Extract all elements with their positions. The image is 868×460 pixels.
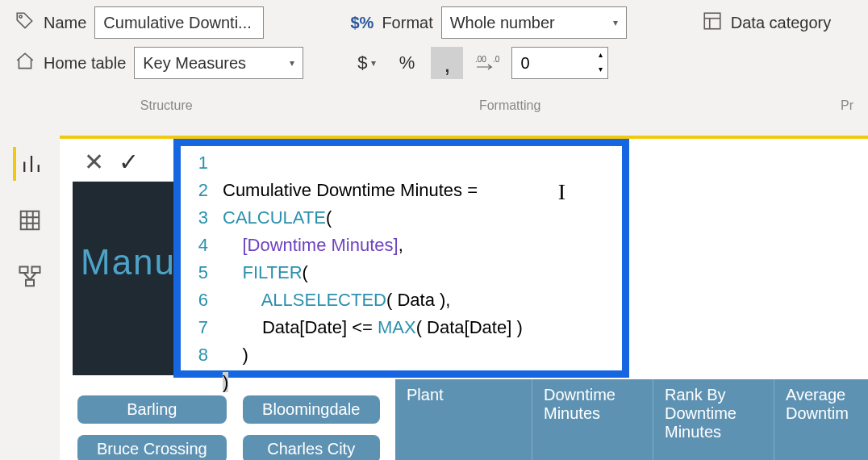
commit-formula-button[interactable]: ✓ <box>119 148 139 176</box>
table-column-header[interactable]: Plant <box>395 379 532 460</box>
svg-rect-14 <box>20 267 28 274</box>
svg-point-0 <box>19 15 22 18</box>
formatting-caption: Formatting <box>350 98 669 118</box>
decimal-count-spinner[interactable]: 0 ▴ ▾ <box>511 47 608 79</box>
chevron-down-icon: ▾ <box>613 17 618 28</box>
decimal-count-value: 0 <box>512 54 537 73</box>
data-view-icon[interactable] <box>13 203 47 237</box>
ribbon-group-structure: Name Cumulative Downti... Home table Key… <box>15 6 318 118</box>
home-table-value: Key Measures <box>143 54 246 73</box>
table-column-header[interactable]: Rank By Downtime Minutes <box>653 379 774 460</box>
formula-bar-controls: ✕ ✓ <box>73 141 177 182</box>
chevron-down-icon: ▾ <box>290 57 294 69</box>
format-icon: $% <box>350 14 373 32</box>
thousands-separator-button[interactable]: , <box>431 47 463 79</box>
table-column-header[interactable]: Average Downtim <box>774 379 868 460</box>
slicer-option[interactable]: Charles City <box>243 435 380 460</box>
format-label: Format <box>382 14 432 32</box>
home-table-dropdown[interactable]: Key Measures ▾ <box>134 47 303 79</box>
table-header-row: Plant Downtime Minutes Rank By Downtime … <box>395 379 868 460</box>
spinner-down-icon[interactable]: ▾ <box>594 62 607 77</box>
name-input-text: Cumulative Downti... <box>103 14 251 32</box>
slicer-option[interactable]: Bloomingdale <box>243 395 380 424</box>
table-column-header[interactable]: Downtime Minutes <box>532 379 653 460</box>
svg-rect-3 <box>704 13 720 29</box>
data-category-icon <box>702 10 723 35</box>
ribbon-group-properties: Data category Pr <box>702 6 853 118</box>
dax-formula-editor[interactable]: 1 2 3 4 5 6 7 8 Cumulative Downtime Minu… <box>173 139 629 378</box>
dax-code-area[interactable]: Cumulative Downtime Minutes = CALCULATE(… <box>216 146 622 370</box>
report-view-icon[interactable] <box>13 147 47 181</box>
svg-line-17 <box>24 273 31 280</box>
tag-icon <box>15 10 35 35</box>
ribbon: Name Cumulative Downti... Home table Key… <box>0 0 868 118</box>
svg-line-18 <box>30 273 36 280</box>
slicer-option[interactable]: Bruce Crossing <box>77 435 227 460</box>
properties-caption: Pr <box>702 98 853 118</box>
chevron-down-icon: ▾ <box>371 57 376 69</box>
home-icon <box>15 51 35 75</box>
svg-text:.00: .00 <box>475 55 486 64</box>
structure-caption: Structure <box>15 98 318 118</box>
dax-line-gutter: 1 2 3 4 5 6 7 8 <box>181 146 216 370</box>
currency-button[interactable]: $▾ <box>350 47 382 79</box>
slicer-option[interactable]: Barling <box>77 395 227 424</box>
model-view-icon[interactable] <box>13 260 47 294</box>
svg-rect-16 <box>26 280 34 286</box>
format-value: Whole number <box>450 14 555 32</box>
data-category-label: Data category <box>731 14 832 32</box>
left-nav-rail <box>0 137 60 294</box>
ribbon-group-formatting: $% Format Whole number ▾ $▾ % , .00.0 0 … <box>350 6 669 118</box>
format-dropdown[interactable]: Whole number ▾ <box>441 6 627 39</box>
svg-rect-15 <box>32 267 40 274</box>
decimal-places-button[interactable]: .00.0 <box>471 47 503 79</box>
cancel-formula-button[interactable]: ✕ <box>84 148 104 176</box>
percent-button[interactable]: % <box>390 47 423 79</box>
home-table-label: Home table <box>44 54 126 73</box>
svg-rect-9 <box>21 211 40 230</box>
spinner-up-icon[interactable]: ▴ <box>594 48 607 62</box>
name-label: Name <box>44 14 86 32</box>
svg-text:.0: .0 <box>493 55 499 64</box>
report-title-partial: Manu <box>81 242 176 282</box>
currency-symbol: $ <box>357 52 367 73</box>
name-input[interactable]: Cumulative Downti... <box>94 6 264 39</box>
text-cursor-icon: I <box>558 178 565 206</box>
